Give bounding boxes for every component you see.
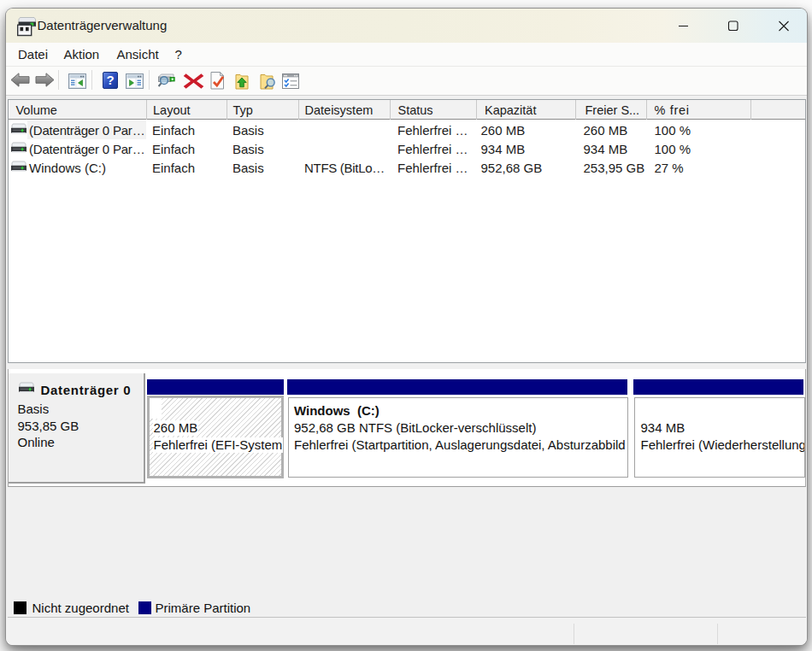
- svg-text:?: ?: [106, 73, 114, 87]
